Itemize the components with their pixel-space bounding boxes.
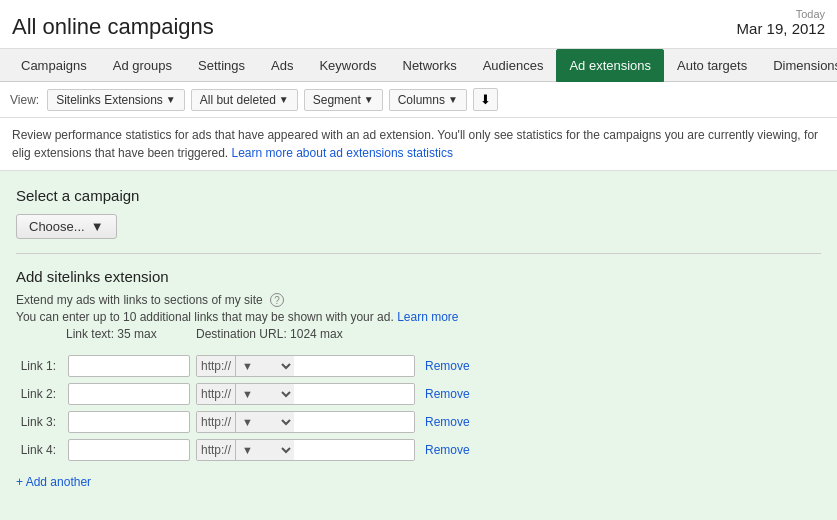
url-input-2[interactable]: [294, 384, 414, 404]
form-header: Link text: 35 max Destination URL: 1024 …: [16, 327, 821, 341]
nav-tab-campaigns[interactable]: Campaigns: [8, 49, 100, 82]
url-prefix-label-1: http://: [197, 356, 236, 376]
url-protocol-select-3[interactable]: ▼ https://: [236, 412, 294, 432]
view-dropdown[interactable]: Sitelinks Extensions ▼: [47, 89, 185, 111]
link-label-4: Link 4:: [16, 443, 62, 457]
toolbar: View: Sitelinks Extensions ▼ All but del…: [0, 82, 837, 118]
link-text-input-2[interactable]: [68, 383, 190, 405]
filter-dropdown[interactable]: All but deleted ▼: [191, 89, 298, 111]
info-banner: Review performance statistics for ads th…: [0, 118, 837, 171]
header: All online campaigns Today Mar 19, 2012: [0, 0, 837, 49]
segment-value: Segment: [313, 93, 361, 107]
link-row: Link 2: http:// ▼ https:// Remove: [16, 383, 821, 405]
chevron-down-icon: ▼: [279, 94, 289, 105]
add-sitelinks-section: Add sitelinks extension Extend my ads wi…: [16, 268, 821, 489]
url-prefix-label-3: http://: [197, 412, 236, 432]
chevron-down-icon: ▼: [364, 94, 374, 105]
nav-tab-settings[interactable]: Settings: [185, 49, 258, 82]
remove-link-4[interactable]: Remove: [425, 443, 470, 457]
choose-campaign-button[interactable]: Choose... ▼: [16, 214, 117, 239]
link-text-input-4[interactable]: [68, 439, 190, 461]
link-row: Link 4: http:// ▼ https:// Remove: [16, 439, 821, 461]
link-label-3: Link 3:: [16, 415, 62, 429]
url-prefix-wrapper-1: http:// ▼ https://: [196, 355, 415, 377]
nav-tab-ad-groups[interactable]: Ad groups: [100, 49, 185, 82]
columns-value: Columns: [398, 93, 445, 107]
learn-more-link-2[interactable]: Learn more: [397, 310, 458, 324]
url-protocol-select-2[interactable]: ▼ https://: [236, 384, 294, 404]
chevron-down-icon: ▼: [166, 94, 176, 105]
main-content: Select a campaign Choose... ▼ Add siteli…: [0, 171, 837, 520]
date-value: Mar 19, 2012: [737, 20, 825, 37]
nav-tab-auto-targets[interactable]: Auto targets: [664, 49, 760, 82]
header-date: Today Mar 19, 2012: [737, 8, 825, 37]
url-prefix-label-2: http://: [197, 384, 236, 404]
link-label-1: Link 1:: [16, 359, 62, 373]
link-label-2: Link 2:: [16, 387, 62, 401]
sitelinks-desc1: Extend my ads with links to sections of …: [16, 293, 821, 307]
view-value: Sitelinks Extensions: [56, 93, 163, 107]
col-link-text-header: Link text: 35 max: [66, 327, 196, 341]
help-icon: ?: [270, 293, 284, 307]
nav-tab-keywords[interactable]: Keywords: [306, 49, 389, 82]
nav-tab-networks[interactable]: Networks: [390, 49, 470, 82]
chevron-down-icon: ▼: [448, 94, 458, 105]
url-protocol-select-4[interactable]: ▼ https://: [236, 440, 294, 460]
nav-tab-audiences[interactable]: Audiences: [470, 49, 557, 82]
url-input-4[interactable]: [294, 440, 414, 460]
url-input-3[interactable]: [294, 412, 414, 432]
remove-link-2[interactable]: Remove: [425, 387, 470, 401]
remove-link-3[interactable]: Remove: [425, 415, 470, 429]
download-button[interactable]: ⬇: [473, 88, 498, 111]
url-prefix-wrapper-3: http:// ▼ https://: [196, 411, 415, 433]
link-text-input-3[interactable]: [68, 411, 190, 433]
nav-tab-dimensions[interactable]: Dimensions: [760, 49, 837, 82]
columns-dropdown[interactable]: Columns ▼: [389, 89, 467, 111]
select-campaign-section: Select a campaign Choose... ▼: [16, 187, 821, 239]
choose-label: Choose...: [29, 219, 85, 234]
download-icon: ⬇: [480, 92, 491, 107]
link-row: Link 3: http:// ▼ https:// Remove: [16, 411, 821, 433]
url-input-1[interactable]: [294, 356, 414, 376]
view-label: View:: [10, 93, 39, 107]
sitelinks-desc2: You can enter up to 10 additional links …: [16, 310, 821, 324]
today-label: Today: [737, 8, 825, 20]
nav-tab-ad-extensions[interactable]: Ad extensions: [556, 49, 664, 82]
links-form: Link 1: http:// ▼ https:// Remove Link 2…: [16, 355, 821, 461]
filter-value: All but deleted: [200, 93, 276, 107]
url-prefix-label-4: http://: [197, 440, 236, 460]
segment-dropdown[interactable]: Segment ▼: [304, 89, 383, 111]
nav-tab-ads[interactable]: Ads: [258, 49, 306, 82]
page-title: All online campaigns: [12, 14, 214, 40]
url-protocol-select-1[interactable]: ▼ https://: [236, 356, 294, 376]
nav-tabs: CampaignsAd groupsSettingsAdsKeywordsNet…: [0, 49, 837, 82]
link-row: Link 1: http:// ▼ https:// Remove: [16, 355, 821, 377]
link-text-input-1[interactable]: [68, 355, 190, 377]
add-another-link[interactable]: + Add another: [16, 475, 91, 489]
col-url-header: Destination URL: 1024 max: [196, 327, 416, 341]
url-prefix-wrapper-4: http:// ▼ https://: [196, 439, 415, 461]
divider: [16, 253, 821, 254]
remove-link-1[interactable]: Remove: [425, 359, 470, 373]
chevron-down-icon: ▼: [91, 219, 104, 234]
add-sitelinks-title: Add sitelinks extension: [16, 268, 821, 285]
select-campaign-title: Select a campaign: [16, 187, 821, 204]
learn-more-link[interactable]: Learn more about ad extensions statistic…: [232, 146, 453, 160]
url-prefix-wrapper-2: http:// ▼ https://: [196, 383, 415, 405]
